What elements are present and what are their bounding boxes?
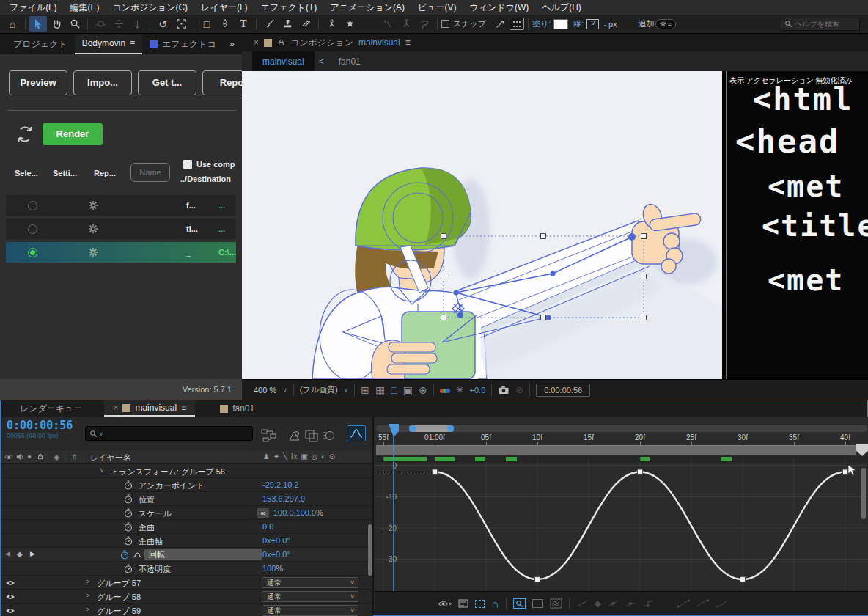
motion-blur-icon[interactable] <box>322 428 335 443</box>
tab-project[interactable]: プロジェクト <box>6 34 75 54</box>
group-row[interactable]: >グループ 58通常∨ <box>1 590 373 604</box>
menu-item[interactable]: コンポジション(C) <box>106 0 194 15</box>
menu-item[interactable]: ビュー(V) <box>411 0 463 15</box>
tab-render-queue[interactable]: レンダーキュー <box>11 400 91 417</box>
zoom-level-dropdown[interactable]: 400 % <box>249 386 276 395</box>
tab-timeline-fan01[interactable]: fan01 <box>211 400 263 417</box>
grid-guides-icon[interactable]: ⊕ <box>419 384 427 396</box>
eye-icon[interactable] <box>5 607 15 615</box>
panel-overflow-icon[interactable]: » <box>222 34 242 54</box>
render-button[interactable]: Render <box>43 123 103 145</box>
selection-tool-icon[interactable] <box>29 16 47 32</box>
twirl-closed-icon[interactable]: > <box>86 606 89 613</box>
stopwatch-icon[interactable] <box>124 508 133 518</box>
property-name[interactable]: アンカーポイント <box>139 480 205 491</box>
property-value[interactable]: 100% <box>262 564 283 573</box>
group-name[interactable]: グループ 57 <box>97 578 141 589</box>
keyframe-diamond-icon[interactable]: ◆ <box>17 550 23 558</box>
blend-mode-dropdown[interactable]: 通常∨ <box>262 605 358 616</box>
rectangle-tool-icon[interactable]: □ <box>198 16 216 32</box>
blend-mode-dropdown[interactable]: 通常∨ <box>262 577 358 588</box>
layer-switches-header[interactable]: ♟ ✦ ╲ fx ▣ ◎ ◐ ⊙ <box>263 452 336 461</box>
close-icon[interactable]: × <box>113 403 118 413</box>
use-comp-checkbox[interactable] <box>183 160 192 169</box>
transform-group-row[interactable]: ∨トランスフォーム: グループ 56 <box>1 464 373 478</box>
select-radio-on[interactable] <box>28 248 37 257</box>
graph-visibility-filter-icon[interactable]: ▾ <box>438 600 452 608</box>
frame-blending-icon[interactable] <box>304 428 319 443</box>
add-label[interactable]: 追加 <box>639 18 655 29</box>
snap-checkbox[interactable] <box>441 20 449 28</box>
home-icon[interactable]: ⌂ <box>4 16 21 32</box>
tab-timeline-mainvisual[interactable]: × mainvisual ≡ <box>104 400 195 417</box>
group-label[interactable]: トランスフォーム: グループ 56 <box>111 466 225 477</box>
pen-tool-icon[interactable] <box>216 16 234 32</box>
property-value[interactable]: 0.0 <box>262 522 273 531</box>
region-of-interest-icon[interactable] <box>172 16 190 32</box>
property-name-selected[interactable]: 回転 <box>144 549 262 560</box>
refresh-icon[interactable] <box>15 123 35 145</box>
tab-effects[interactable]: エフェクトコ <box>142 34 222 54</box>
settings-gear-icon[interactable] <box>88 247 98 257</box>
lock-icon[interactable] <box>37 452 44 461</box>
transparency-grid-icon[interactable]: ▦ <box>375 384 385 396</box>
menu-item[interactable]: ヘルプ(H) <box>535 0 588 15</box>
graph-editor-toggle[interactable] <box>347 425 366 441</box>
row-destination[interactable]: ... <box>218 224 225 233</box>
viewer-tab-fan01[interactable]: fan01 <box>328 51 371 71</box>
twirl-open-icon[interactable]: ∨ <box>100 466 105 474</box>
property-name[interactable]: 不透明度 <box>139 564 171 575</box>
color-management-icon[interactable] <box>440 386 450 395</box>
resolution-dropdown[interactable]: (フル画質) <box>300 384 338 395</box>
col-settings[interactable]: Setti... <box>53 169 77 177</box>
show-transform-box-icon[interactable] <box>475 600 485 608</box>
select-radio[interactable] <box>28 201 37 210</box>
viewer-back-icon[interactable]: < <box>315 51 328 71</box>
group-row[interactable]: >グループ 59通常∨ <box>1 604 373 616</box>
eye-icon[interactable] <box>5 593 15 601</box>
show-channel-icon[interactable]: ⊞ <box>361 384 369 396</box>
twirl-closed-icon[interactable]: > <box>86 578 89 585</box>
auto-zoom-graph-icon[interactable] <box>513 598 526 609</box>
property-value[interactable]: 100.0,100.0% <box>273 508 323 517</box>
text-tool-icon[interactable]: T <box>235 16 252 32</box>
group-name[interactable]: グループ 59 <box>97 606 141 616</box>
eye-icon[interactable] <box>4 453 13 461</box>
viewer-tab-mainvisual[interactable]: mainvisual <box>252 51 315 71</box>
timeline-search-field[interactable]: ∨ <box>85 426 253 441</box>
name-filter-input[interactable] <box>130 163 170 182</box>
render-item-row[interactable]: f... ... <box>6 195 236 216</box>
menu-item[interactable]: エフェクト(T) <box>254 0 324 15</box>
stopwatch-icon[interactable] <box>124 480 133 490</box>
pan-camera-tool-icon[interactable] <box>110 16 128 32</box>
rotation-tool-icon[interactable]: ↺ <box>154 16 172 32</box>
label-tag-icon[interactable]: ◈ <box>54 452 59 462</box>
draft-3d-icon[interactable] <box>288 428 301 443</box>
link-dimensions-icon[interactable]: ∞ <box>257 508 269 518</box>
graph-scrollbar[interactable] <box>861 468 866 519</box>
comp-name[interactable]: mainvisual <box>358 37 400 48</box>
property-row-1[interactable]: アンカーポイント-29.2,10.2 <box>1 478 373 492</box>
help-search-input[interactable] <box>795 20 853 28</box>
next-keyframe-icon[interactable]: ▶ <box>30 550 35 557</box>
close-icon[interactable]: × <box>254 37 259 48</box>
stopwatch-icon[interactable] <box>124 494 133 504</box>
property-row-7[interactable]: 不透明度100% <box>1 562 373 576</box>
snapshot-camera-icon[interactable] <box>498 385 510 395</box>
bodymovin-button[interactable]: Preview <box>9 70 67 95</box>
property-value[interactable]: 0x+0.0° <box>262 536 290 545</box>
composition-viewer[interactable] <box>242 71 722 379</box>
fill-label[interactable]: 塗り: <box>532 18 551 29</box>
fit-all-graphs-icon[interactable] <box>550 598 562 609</box>
stopwatch-icon[interactable] <box>124 536 133 546</box>
anchor-joint-dot[interactable] <box>628 233 636 241</box>
menu-item[interactable]: ファイル(F) <box>3 0 63 15</box>
graph-type-options-icon[interactable] <box>458 599 468 608</box>
layer-number-header[interactable]: # <box>73 453 77 461</box>
exposure-icon[interactable]: ✳ <box>456 384 464 395</box>
property-name[interactable]: 歪曲軸 <box>139 536 163 547</box>
lock-icon[interactable] <box>277 38 285 47</box>
menu-item[interactable]: 編集(E) <box>63 0 106 15</box>
bodymovin-button[interactable]: Repo <box>202 70 242 95</box>
render-item-row[interactable]: ti... ... <box>6 219 236 239</box>
